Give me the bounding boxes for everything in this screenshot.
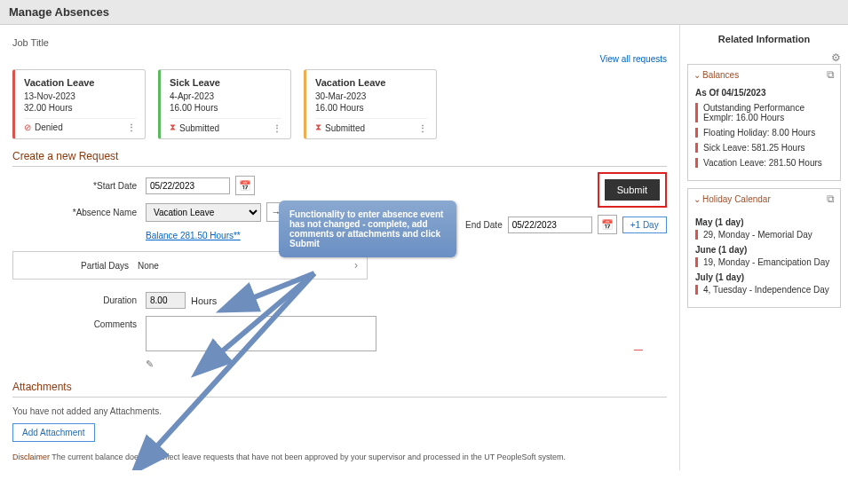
plus-one-day-button[interactable]: +1 Day xyxy=(622,217,667,233)
no-attachments-text: You have not added any Attachments. xyxy=(12,406,667,416)
view-all-row: View all requests xyxy=(12,53,667,64)
view-all-requests-link[interactable]: View all requests xyxy=(600,54,667,64)
comments-textarea[interactable] xyxy=(146,316,376,351)
start-date-input[interactable] xyxy=(146,177,230,194)
submit-button[interactable]: Submit xyxy=(605,179,660,201)
job-title-label: Job Title xyxy=(12,37,667,48)
holiday-panel: ⌄Holiday Calendar ⧉ May (1 day) 29, Mond… xyxy=(687,188,841,308)
attachments-heading: Attachments xyxy=(12,381,667,393)
balance-item: Floating Holiday: 8.00 Hours xyxy=(695,128,833,138)
duration-unit: Hours xyxy=(191,295,217,306)
popout-icon[interactable]: ⧉ xyxy=(827,193,835,205)
absence-card[interactable]: Vacation Leave 30-Mar-2023 16.00 Hours ⧗… xyxy=(304,69,437,139)
card-actions-icon[interactable]: ⋮ xyxy=(418,123,427,133)
holiday-heading: Holiday Calendar xyxy=(702,194,771,204)
card-actions-icon[interactable]: ⋮ xyxy=(273,123,281,133)
comments-label: Comments xyxy=(12,319,137,329)
partial-days-label: Partial Days xyxy=(22,261,129,271)
card-date: 30-Mar-2023 xyxy=(315,91,427,101)
card-hours: 16.00 Hours xyxy=(170,103,281,113)
card-status: Submitted xyxy=(325,123,365,133)
divider xyxy=(12,397,667,398)
card-actions-icon[interactable]: ⋮ xyxy=(127,122,136,132)
absence-card[interactable]: Sick Leave 4-Apr-2023 16.00 Hours ⧗Submi… xyxy=(158,69,291,139)
holiday-month: July (1 day) xyxy=(695,272,833,282)
marker-icon: — xyxy=(634,344,643,354)
card-title: Sick Leave xyxy=(170,77,281,88)
hourglass-icon: ⧗ xyxy=(315,122,321,133)
add-attachment-button[interactable]: Add Attachment xyxy=(12,423,95,442)
request-form: Submit *Start Date 📅 End Date 📅 +1 Day *… xyxy=(12,176,667,370)
holiday-month: June (1 day) xyxy=(695,245,833,255)
hourglass-icon: ⧗ xyxy=(170,122,176,133)
popout-icon[interactable]: ⧉ xyxy=(827,68,835,81)
partial-days-value: None xyxy=(138,261,354,271)
instruction-callout: Functionality to enter absence event has… xyxy=(279,201,456,257)
disclaimer-label: Disclaimer xyxy=(12,453,50,461)
chevron-down-icon[interactable]: ⌄ xyxy=(693,194,701,204)
disclaimer: Disclaimer The current balance does not … xyxy=(12,453,667,461)
calendar-icon[interactable]: 📅 xyxy=(598,215,617,234)
holiday-item: 29, Monday - Memorial Day xyxy=(695,230,833,240)
duration-label: Duration xyxy=(12,295,137,305)
card-title: Vacation Leave xyxy=(315,77,427,88)
holiday-month: May (1 day) xyxy=(695,217,833,227)
holiday-item: 4, Tuesday - Independence Day xyxy=(695,285,833,295)
denied-icon: ⊘ xyxy=(24,122,31,132)
absence-name-select[interactable]: Vacation Leave xyxy=(146,203,261,222)
card-hours: 32.00 Hours xyxy=(24,103,136,113)
calendar-icon[interactable]: 📅 xyxy=(235,176,255,195)
divider xyxy=(12,166,667,167)
balances-as-of: As Of 04/15/2023 xyxy=(695,88,833,98)
end-date-input[interactable] xyxy=(508,217,592,233)
balances-heading: Balances xyxy=(702,70,739,80)
card-hours: 16.00 Hours xyxy=(315,103,427,113)
chevron-right-icon: › xyxy=(354,259,358,272)
disclaimer-text: The current balance does not reflect lea… xyxy=(52,453,566,461)
balance-item: Vacation Leave: 281.50 Hours xyxy=(695,158,833,168)
holiday-item: 19, Monday - Emancipation Day xyxy=(695,257,833,267)
chevron-down-icon[interactable]: ⌄ xyxy=(693,70,701,80)
create-request-heading: Create a new Request xyxy=(12,150,667,162)
card-status: Denied xyxy=(35,122,63,132)
balances-panel: ⌄Balances ⧉ As Of 04/15/2023 Outstanding… xyxy=(687,64,841,181)
related-information-panel: Related Information ⚙ ⌄Balances ⧉ As Of … xyxy=(679,25,848,470)
card-date: 4-Apr-2023 xyxy=(170,91,281,101)
spellcheck-icon[interactable]: ✎ xyxy=(146,358,667,370)
end-date-label: End Date xyxy=(465,220,503,230)
submit-highlight: Submit xyxy=(598,172,667,208)
card-status: Submitted xyxy=(179,123,219,133)
card-date: 13-Nov-2023 xyxy=(24,91,136,101)
balance-item: Outstanding Performance Exmplr: 16.00 Ho… xyxy=(695,103,833,122)
related-info-title: Related Information xyxy=(687,34,841,44)
absence-cards: Vacation Leave 13-Nov-2023 32.00 Hours ⊘… xyxy=(12,69,667,139)
absence-card[interactable]: Vacation Leave 13-Nov-2023 32.00 Hours ⊘… xyxy=(12,69,146,139)
card-title: Vacation Leave xyxy=(24,77,136,88)
page-title: Manage Absences xyxy=(0,0,848,25)
balance-link[interactable]: Balance 281.50 Hours** xyxy=(146,231,241,240)
absence-name-label: *Absence Name xyxy=(12,208,137,217)
gear-icon[interactable]: ⚙ xyxy=(687,51,841,64)
balance-item: Sick Leave: 581.25 Hours xyxy=(695,143,833,153)
start-date-label: *Start Date xyxy=(12,181,137,191)
duration-value xyxy=(146,292,186,309)
